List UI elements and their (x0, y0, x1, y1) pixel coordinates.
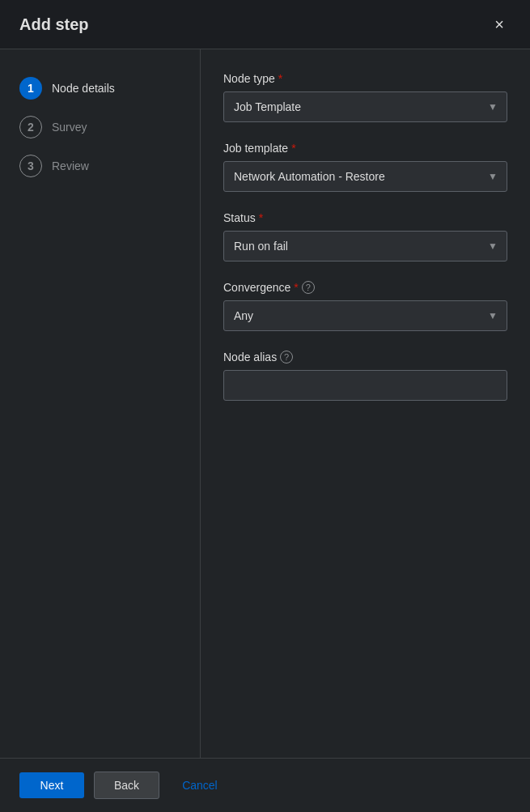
status-required: * (259, 211, 263, 224)
status-select[interactable]: Run on fail Run on success Always (223, 231, 507, 261)
job-template-label: Job template * (223, 142, 507, 155)
back-button[interactable]: Back (94, 772, 159, 799)
node-alias-input[interactable] (223, 370, 507, 401)
next-button[interactable]: Next (19, 772, 84, 798)
node-type-required: * (278, 72, 282, 85)
sidebar-item-node-details[interactable]: 1 Node details (0, 69, 200, 108)
step-number-1: 1 (19, 77, 42, 100)
convergence-select[interactable]: Any All (223, 300, 507, 331)
status-label: Status * (223, 211, 507, 224)
step-label-3: Review (52, 159, 89, 172)
main-content: Node type * Job Template Workflow Job Te… (201, 49, 530, 758)
sidebar-item-survey[interactable]: 2 Survey (0, 108, 200, 147)
close-button[interactable]: × (488, 13, 511, 36)
step-label-2: Survey (52, 121, 87, 134)
modal-title: Add step (19, 15, 89, 34)
status-field-group: Status * Run on fail Run on success Alwa… (223, 211, 507, 261)
job-template-select[interactable]: Network Automation - Restore (223, 161, 507, 192)
node-alias-help-icon[interactable]: ? (280, 351, 293, 363)
modal-footer: Next Back Cancel (0, 758, 530, 812)
node-type-label: Node type * (223, 72, 507, 85)
job-template-required: * (291, 142, 295, 155)
node-type-field-group: Node type * Job Template Workflow Job Te… (223, 72, 507, 122)
modal-body: 1 Node details 2 Survey 3 Review Node ty… (0, 49, 530, 758)
sidebar: 1 Node details 2 Survey 3 Review (0, 49, 201, 758)
node-type-select-wrapper: Job Template Workflow Job Template Proje… (223, 91, 507, 122)
step-number-3: 3 (19, 155, 42, 177)
modal-header: Add step × (0, 0, 530, 49)
convergence-help-icon[interactable]: ? (302, 281, 315, 294)
convergence-select-wrapper: Any All ▼ (223, 300, 507, 331)
job-template-field-group: Job template * Network Automation - Rest… (223, 142, 507, 192)
step-label-1: Node details (52, 82, 115, 95)
convergence-field-group: Convergence * ? Any All ▼ (223, 281, 507, 331)
node-alias-field-group: Node alias ? (223, 351, 507, 401)
node-type-select[interactable]: Job Template Workflow Job Template Proje… (223, 91, 507, 122)
convergence-label: Convergence * ? (223, 281, 507, 294)
node-alias-label: Node alias ? (223, 351, 507, 363)
cancel-button[interactable]: Cancel (169, 772, 231, 798)
convergence-required: * (294, 281, 298, 294)
step-number-2: 2 (19, 116, 42, 138)
sidebar-item-review[interactable]: 3 Review (0, 147, 200, 185)
add-step-modal: Add step × 1 Node details 2 Survey 3 Rev… (0, 0, 530, 812)
status-select-wrapper: Run on fail Run on success Always ▼ (223, 231, 507, 261)
job-template-select-wrapper: Network Automation - Restore ▼ (223, 161, 507, 192)
